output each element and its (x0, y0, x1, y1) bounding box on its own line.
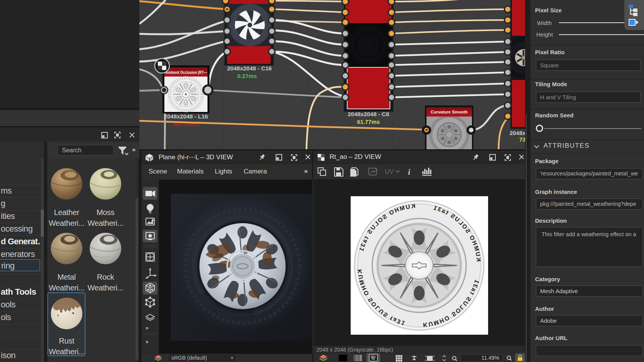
svg-text:»: » (146, 325, 149, 331)
svg-text:2048x2048 - L16: 2048x2048 - L16 (164, 113, 208, 120)
svg-text:61.77ms: 61.77ms (357, 118, 380, 125)
svg-text:»: » (146, 339, 149, 345)
svg-text:0.27ms: 0.27ms (238, 73, 257, 79)
svg-text:2048x:: 2048x: (510, 130, 525, 136)
svg-text:i: i (408, 167, 410, 177)
svg-text:2048x2048 - C8: 2048x2048 - C8 (348, 111, 389, 117)
svg-text:73: 73 (519, 136, 525, 143)
svg-text:Curvature Smooth: Curvature Smooth (431, 110, 468, 114)
svg-text:2048x2048 - C16: 2048x2048 - C16 (227, 65, 272, 72)
svg-text:UV: UV (385, 168, 394, 175)
svg-text:Ambient Occlusion (RT—: Ambient Occlusion (RT— (166, 70, 207, 75)
